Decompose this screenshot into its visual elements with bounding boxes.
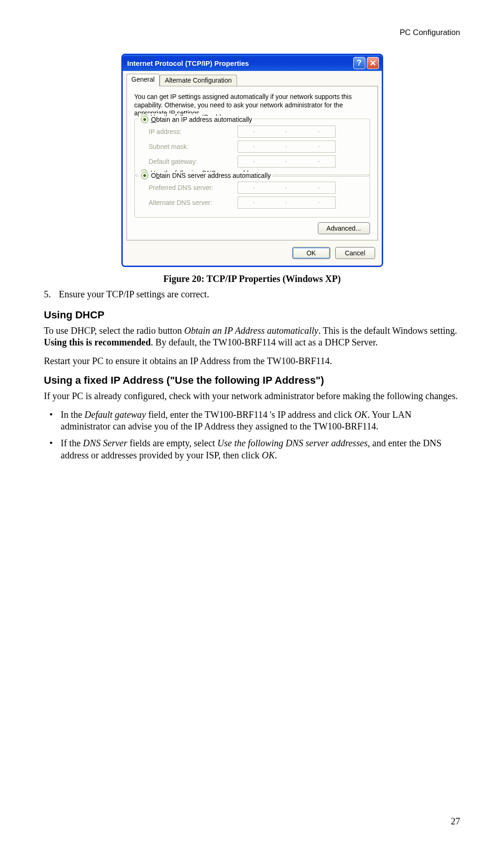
field-alternate-dns: Alternate DNS server:	[140, 197, 364, 209]
dialog-titlebar: Internet Protocol (TCP/IP) Properties ? …	[123, 55, 382, 71]
cancel-button[interactable]: Cancel	[335, 247, 375, 259]
dialog-footer: OK Cancel	[123, 244, 382, 266]
label-ip-address: IP address:	[140, 128, 238, 135]
step-5: 5. Ensure your TCP/IP settings are corre…	[44, 289, 460, 300]
radio-obtain-ip-auto-label: Obtain an IP address automatically	[151, 116, 252, 123]
tabs-row: General Alternate Configuration	[123, 71, 382, 86]
page-header-section: PC Configuration	[44, 28, 460, 37]
label-alternate-dns: Alternate DNS server:	[140, 199, 238, 206]
close-button[interactable]: ✕	[367, 57, 379, 69]
fixed-ip-bullets: In the Default gateway field, enter the …	[44, 409, 460, 461]
help-icon: ?	[357, 58, 361, 68]
label-default-gateway: Default gateway:	[140, 158, 238, 165]
page-number: 27	[451, 816, 460, 827]
radio-obtain-dns-auto-label: Obtain DNS server address automatically	[151, 172, 271, 179]
label-preferred-dns: Preferred DNS server:	[140, 184, 238, 191]
tcpip-properties-dialog: Internet Protocol (TCP/IP) Properties ? …	[121, 54, 383, 267]
dialog-body: General Alternate Configuration You can …	[123, 71, 382, 266]
help-button[interactable]: ?	[353, 57, 365, 69]
field-subnet-mask: Subnet mask:	[140, 141, 364, 153]
input-default-gateway[interactable]	[238, 155, 336, 168]
step-5-number: 5.	[44, 289, 59, 300]
fixed-ip-intro: If your PC is already configured, check …	[44, 390, 460, 402]
advanced-button[interactable]: Advanced...	[318, 222, 370, 234]
label-subnet-mask: Subnet mask:	[140, 143, 238, 150]
input-alternate-dns[interactable]	[238, 197, 336, 209]
dns-group: Use the following DNS server addresses: …	[134, 175, 370, 218]
ip-address-group: Use the following IP address: IP address…	[134, 119, 370, 176]
field-preferred-dns: Preferred DNS server:	[140, 182, 364, 194]
tab-alternate-configuration[interactable]: Alternate Configuration	[160, 75, 237, 86]
list-item: In the Default gateway field, enter the …	[61, 409, 460, 433]
field-ip-address: IP address:	[140, 126, 364, 138]
dialog-title: Internet Protocol (TCP/IP) Properties	[127, 59, 352, 67]
heading-using-fixed-ip: Using a fixed IP Address ("Use the follo…	[44, 374, 460, 387]
field-default-gateway: Default gateway:	[140, 155, 364, 168]
input-subnet-mask[interactable]	[238, 141, 336, 153]
dhcp-paragraph-2: Restart your PC to ensure it obtains an …	[44, 355, 460, 367]
figure-caption: Figure 20: TCP/IP Properties (Windows XP…	[44, 274, 460, 284]
radio-obtain-dns-auto[interactable]	[141, 172, 148, 179]
radio-obtain-ip-auto[interactable]	[141, 116, 148, 123]
tab-general[interactable]: General	[126, 74, 160, 86]
tab-panel-general: You can get IP settings assigned automat…	[126, 86, 378, 240]
input-ip-address[interactable]	[238, 126, 336, 138]
input-preferred-dns[interactable]	[238, 182, 336, 194]
dhcp-paragraph-1: To use DHCP, select the radio button Obt…	[44, 325, 460, 349]
step-5-text: Ensure your TCP/IP settings are correct.	[59, 289, 209, 300]
close-icon: ✕	[370, 58, 376, 68]
list-item: If the DNS Server fields are empty, sele…	[61, 437, 460, 461]
heading-using-dhcp: Using DHCP	[44, 309, 460, 321]
ok-button[interactable]: OK	[292, 247, 330, 259]
